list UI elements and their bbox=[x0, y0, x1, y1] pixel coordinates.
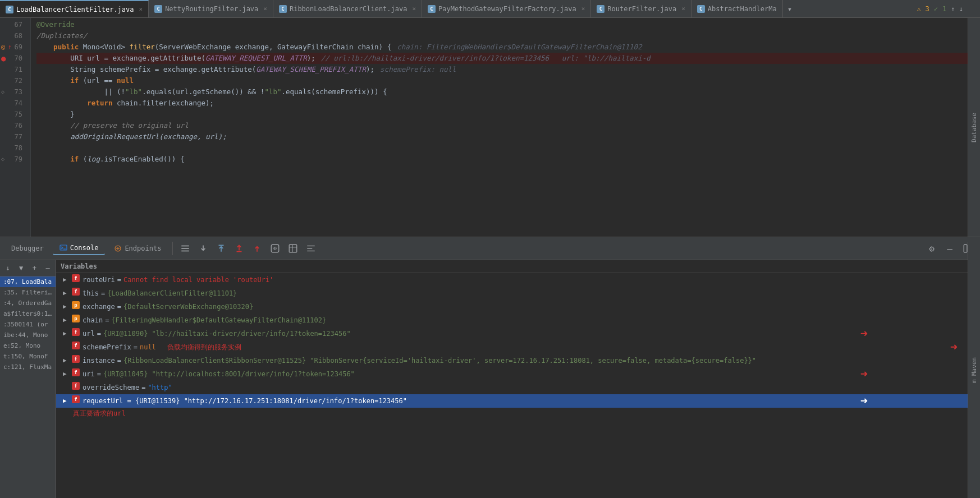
requestUrl-note: 真正要请求的url bbox=[56, 408, 980, 419]
tab-debugger[interactable]: Debugger bbox=[4, 242, 51, 255]
code-line-72: if (url == null bbox=[36, 75, 972, 86]
frame-item-7[interactable]: t:150, MonoF bbox=[0, 351, 56, 362]
frames-panel: ↓ ▼ + — :07, LoadBala :35, FilteringW :4… bbox=[0, 260, 56, 498]
minimize-button[interactable]: — bbox=[942, 241, 958, 256]
endpoints-icon bbox=[114, 245, 122, 252]
var-chain[interactable]: ▶ p chain = {FilteringWebHandler$Default… bbox=[56, 313, 980, 327]
expand-arrow-instance: ▶ bbox=[63, 355, 70, 366]
evaluate-button[interactable]: ⊕ bbox=[267, 241, 283, 256]
var-value-routeUri: Cannot find local variable 'routeUri' bbox=[123, 274, 273, 285]
code-line-74: return chain.filter(exchange); bbox=[36, 98, 972, 109]
var-icon-exchange: p bbox=[72, 301, 80, 309]
line-numbers: 67 68 @ ↑ 69 ● 70 71 72 ◇ 73 74 75 76 77… bbox=[0, 18, 31, 237]
tab-router[interactable]: C RouterFilter.java × bbox=[591, 0, 691, 18]
step-out-button[interactable] bbox=[231, 241, 247, 256]
sort-frames-button[interactable]: ↓ bbox=[2, 262, 13, 274]
var-name-routeUri: routeUri bbox=[83, 274, 115, 285]
tab-icon-1: C bbox=[6, 6, 13, 13]
tab-console[interactable]: Console bbox=[53, 242, 106, 255]
var-name-exchange: exchange bbox=[83, 301, 115, 312]
step-into-button[interactable] bbox=[213, 241, 229, 256]
table-view-button[interactable] bbox=[285, 241, 301, 256]
var-instance[interactable]: ▶ f instance = {RibbonLoadBalancerClient… bbox=[56, 354, 980, 367]
code-line-79: if ( log .isTraceEnabled()) { bbox=[36, 154, 972, 165]
run-to-cursor-button[interactable] bbox=[249, 241, 265, 256]
frame-item-2[interactable]: :4, OrderedGa bbox=[0, 298, 56, 308]
variables-panel: Variables ▶ f routeUri = Cannot find loc… bbox=[56, 260, 980, 498]
var-this[interactable]: ▶ f this = {LoadBalancerClientFilter@111… bbox=[56, 287, 980, 300]
tab-close-3[interactable]: × bbox=[412, 5, 416, 12]
var-schemePrefix[interactable]: f schemePrefix = null 负载均衡得到的服务实例 ➜ bbox=[56, 340, 980, 354]
tab-close-1[interactable]: × bbox=[139, 6, 143, 13]
frame-item-5[interactable]: ibe:44, Mono bbox=[0, 330, 56, 340]
remove-frame-button[interactable]: — bbox=[42, 262, 53, 274]
line-69: @ ↑ 69 bbox=[0, 42, 26, 53]
schemePrefix-note: 负载均衡得到的服务实例 bbox=[167, 342, 241, 353]
frame-item-8[interactable]: c:121, FluxMa bbox=[0, 362, 56, 372]
var-name-instance: instance bbox=[83, 355, 115, 366]
var-value-overrideScheme: "http" bbox=[148, 382, 172, 393]
line-76: 76 bbox=[0, 120, 26, 131]
var-value-requestUrl: {URI@11539} "http://172.16.17.251:18081/… bbox=[135, 395, 407, 407]
var-name-chain: chain bbox=[83, 315, 103, 326]
frame-item-4[interactable]: :3500141 (or bbox=[0, 319, 56, 330]
frame-item-0[interactable]: :07, LoadBala bbox=[0, 276, 56, 287]
var-url[interactable]: ▶ f url = {URI@11090} "lb://hailtaxi-dri… bbox=[56, 327, 980, 340]
tab-overflow-button[interactable]: ▾ bbox=[783, 4, 796, 13]
svg-rect-0 bbox=[60, 245, 67, 250]
var-uri[interactable]: ▶ f uri = {URI@11045} "http://localhost:… bbox=[56, 367, 980, 381]
step-over-button[interactable] bbox=[195, 241, 211, 256]
var-overrideScheme[interactable]: f overrideScheme = "http" bbox=[56, 381, 980, 394]
add-frame-button[interactable]: + bbox=[29, 262, 40, 274]
columns-button[interactable] bbox=[303, 241, 319, 256]
var-exchange[interactable]: ▶ p exchange = {DefaultServerWebExchange… bbox=[56, 300, 980, 313]
var-routeUri[interactable]: ▶ f routeUri = Cannot find local variabl… bbox=[56, 273, 980, 287]
console-icon bbox=[59, 244, 67, 252]
tab-endpoints[interactable]: Endpoints bbox=[107, 242, 168, 255]
tab-icon-4: C bbox=[428, 5, 436, 13]
maven-panel-toggle[interactable]: m Maven bbox=[968, 242, 980, 498]
expand-arrow-overrideScheme bbox=[63, 382, 70, 393]
debug-toolbar: Debugger Console Endpoints ⊕ ⚙ — bbox=[0, 237, 980, 260]
line-71: 71 bbox=[0, 64, 26, 75]
line-73: ◇ 73 bbox=[0, 86, 26, 98]
code-line-67: @Override bbox=[36, 19, 972, 30]
list-view-button[interactable] bbox=[177, 241, 193, 256]
toolbar-sep-1 bbox=[172, 242, 173, 255]
code-line-71: String schemePrefix = exchange.getAttrib… bbox=[36, 64, 972, 75]
database-panel-toggle[interactable]: Database bbox=[968, 18, 980, 237]
line-67: 67 bbox=[0, 19, 26, 30]
var-value-instance: {RibbonLoadBalancerClient$RibbonServer@1… bbox=[123, 355, 756, 366]
tab-paymethod[interactable]: C PayMethodGatewayFilterFactory.java × bbox=[422, 0, 591, 18]
var-value-exchange: {DefaultServerWebExchange@10320} bbox=[123, 301, 253, 312]
tab-close-5[interactable]: × bbox=[681, 5, 685, 12]
tab-ribbon[interactable]: C RibbonLoadBalancerClient.java × bbox=[273, 0, 422, 18]
database-label: Database bbox=[970, 113, 978, 142]
svg-rect-12 bbox=[290, 245, 297, 252]
var-requestUrl[interactable]: ▶ f requestUrl = {URI@11539} "http://172… bbox=[56, 394, 980, 408]
var-value-this: {LoadBalancerClientFilter@11101} bbox=[107, 288, 237, 299]
settings-button[interactable]: ⚙ bbox=[924, 241, 940, 256]
frame-item-6[interactable]: e:52, Mono bbox=[0, 340, 56, 351]
var-icon-url: f bbox=[72, 328, 80, 336]
tab-close-4[interactable]: × bbox=[581, 5, 585, 12]
frames-toolbar: ↓ ▼ + — bbox=[0, 260, 56, 276]
frame-item-3[interactable]: a$filter$0:115 bbox=[0, 308, 56, 319]
var-requestUrl-wrapper: ▶ f requestUrl = {URI@11539} "http://172… bbox=[56, 394, 980, 419]
line-72: 72 bbox=[0, 75, 26, 86]
var-icon-requestUrl: f bbox=[72, 395, 80, 403]
tab-abstract[interactable]: C AbstractHandlerMa bbox=[692, 0, 783, 18]
expand-arrow-this: ▶ bbox=[63, 288, 70, 299]
tab-loadbalancer[interactable]: C LoadBalancerClientFilter.java × bbox=[0, 0, 149, 18]
nav-arrows[interactable]: ↑ ↓ bbox=[951, 5, 963, 13]
url-arrow: ➜ bbox=[860, 328, 868, 339]
tab-close-2[interactable]: × bbox=[263, 5, 267, 12]
filter-frames-button[interactable]: ▼ bbox=[16, 262, 27, 274]
code-line-70: URI url = exchange.getAttribute( GATEWAY… bbox=[36, 53, 972, 64]
tab-netty[interactable]: C NettyRoutingFilter.java × bbox=[149, 0, 273, 18]
line-68: 68 bbox=[0, 30, 26, 42]
var-icon-this: f bbox=[72, 288, 80, 296]
line-74: 74 bbox=[0, 98, 26, 109]
frame-item-1[interactable]: :35, FilteringW bbox=[0, 287, 56, 298]
code-line-68: /Duplicates/ bbox=[36, 30, 972, 42]
